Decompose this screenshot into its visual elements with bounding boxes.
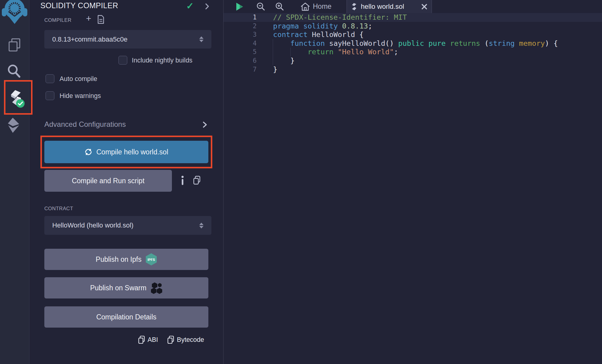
advanced-expand-chevron-icon[interactable] bbox=[201, 121, 208, 129]
compile-and-run-button[interactable]: Compile and Run script bbox=[44, 170, 172, 192]
compile-button[interactable]: Compile hello world.sol bbox=[44, 141, 208, 163]
home-tab-label: Home bbox=[313, 2, 331, 11]
copy-script-icon[interactable] bbox=[192, 175, 201, 185]
active-tab-label: hello world.sol bbox=[361, 3, 418, 11]
close-tab-icon[interactable] bbox=[421, 4, 427, 10]
hide-warnings-checkbox[interactable] bbox=[46, 91, 54, 100]
compile-button-label: Compile hello world.sol bbox=[96, 148, 168, 156]
include-nightly-label: Include nightly builds bbox=[132, 57, 193, 64]
advanced-configurations-toggle[interactable]: Advanced Configurations bbox=[44, 120, 126, 129]
compiler-section-label: COMPILER bbox=[44, 17, 71, 23]
include-nightly-checkbox[interactable] bbox=[118, 56, 127, 65]
select-arrows-icon bbox=[199, 36, 204, 42]
compiler-version-value: 0.8.13+commit.abaa5c0e bbox=[52, 35, 199, 43]
compile-status-check-icon: ✓ bbox=[186, 1, 194, 11]
line-number-gutter: 1234567 bbox=[224, 13, 257, 74]
zoom-out-icon[interactable] bbox=[256, 2, 265, 12]
code-editor[interactable]: 1234567 // SPDX-License-Identifier: MITp… bbox=[224, 13, 602, 364]
auto-compile-label: Auto compile bbox=[60, 75, 97, 83]
line-number: 3 bbox=[224, 30, 257, 39]
bytecode-label: Bytecode bbox=[177, 336, 204, 344]
publish-ipfs-button[interactable]: Publish on Ipfs IPFS bbox=[44, 249, 208, 270]
contract-select[interactable]: HelloWorld (hello world.sol) bbox=[44, 216, 211, 235]
code-line[interactable]: function sayHelloWorld() public pure ret… bbox=[273, 39, 558, 48]
artifact-copy-row: ABI Bytecode bbox=[138, 335, 204, 345]
compile-and-run-label: Compile and Run script bbox=[72, 177, 144, 185]
code-line[interactable]: return "Hello World"; bbox=[273, 48, 558, 56]
abi-label: ABI bbox=[148, 336, 158, 344]
code-line[interactable]: } bbox=[273, 65, 558, 74]
hide-warnings-label: Hide warnings bbox=[60, 92, 101, 100]
sync-icon bbox=[84, 148, 92, 156]
remix-logo-icon[interactable] bbox=[2, 0, 27, 24]
solidity-compiler-panel: SOLIDITY COMPILER ✓ COMPILER + 0.8.13+co… bbox=[29, 0, 223, 364]
copy-icon bbox=[138, 335, 145, 344]
swarm-icon bbox=[150, 282, 162, 294]
publish-swarm-button[interactable]: Publish on Swarm bbox=[44, 277, 208, 298]
publish-swarm-label: Publish on Swarm bbox=[90, 284, 146, 292]
editor-tab-bar: Home hello world.sol bbox=[224, 0, 602, 13]
compilation-details-label: Compilation Details bbox=[96, 313, 156, 321]
file-explorer-icon[interactable] bbox=[7, 38, 22, 52]
copy-abi-button[interactable]: ABI bbox=[138, 335, 158, 344]
zoom-in-icon[interactable] bbox=[275, 2, 284, 12]
line-number: 2 bbox=[224, 22, 257, 31]
line-number: 6 bbox=[224, 56, 257, 65]
compiler-config-file-icon[interactable] bbox=[97, 15, 105, 24]
line-number: 7 bbox=[224, 65, 257, 74]
solidity-file-icon bbox=[351, 3, 357, 11]
select-arrows-icon bbox=[199, 223, 204, 228]
search-icon[interactable] bbox=[7, 64, 21, 79]
line-number: 4 bbox=[224, 39, 257, 48]
ipfs-icon: IPFS bbox=[145, 253, 157, 266]
home-icon bbox=[301, 2, 310, 11]
icon-bar bbox=[0, 0, 29, 364]
copy-bytecode-button[interactable]: Bytecode bbox=[167, 335, 204, 344]
svg-text:IPFS: IPFS bbox=[148, 258, 155, 261]
tab-home[interactable]: Home bbox=[301, 0, 331, 13]
auto-compile-checkbox[interactable] bbox=[46, 74, 54, 83]
compile-success-badge bbox=[16, 99, 25, 108]
compiler-version-select[interactable]: 0.8.13+commit.abaa5c0e bbox=[44, 30, 211, 49]
publish-ipfs-label: Publish on Ipfs bbox=[96, 255, 142, 264]
line-number: 1 bbox=[224, 13, 257, 22]
panel-collapse-chevron-icon[interactable] bbox=[204, 2, 210, 10]
code-line[interactable]: // SPDX-License-Identifier: MIT bbox=[273, 13, 558, 22]
contract-section-label: CONTRACT bbox=[44, 206, 73, 211]
code-line[interactable]: pragma solidity 0.8.13; bbox=[273, 22, 558, 31]
tab-hello-world-sol[interactable]: hello world.sol bbox=[347, 0, 432, 13]
copy-icon bbox=[167, 335, 174, 344]
info-icon[interactable] bbox=[180, 174, 185, 186]
run-script-play-icon[interactable] bbox=[235, 2, 244, 11]
add-compiler-icon[interactable]: + bbox=[86, 13, 91, 24]
contract-select-value: HelloWorld (hello world.sol) bbox=[52, 221, 199, 229]
compilation-details-button[interactable]: Compilation Details bbox=[44, 306, 208, 328]
panel-title: SOLIDITY COMPILER bbox=[40, 1, 118, 10]
editor-pane: Home hello world.sol 1234567 // SPDX-Lic… bbox=[223, 0, 602, 364]
code-line[interactable]: } bbox=[273, 56, 558, 65]
line-number: 5 bbox=[224, 48, 257, 56]
code-line[interactable]: contract HelloWorld { bbox=[273, 30, 558, 39]
code-lines: // SPDX-License-Identifier: MITpragma so… bbox=[273, 13, 558, 74]
deploy-and-run-icon[interactable] bbox=[5, 117, 21, 133]
